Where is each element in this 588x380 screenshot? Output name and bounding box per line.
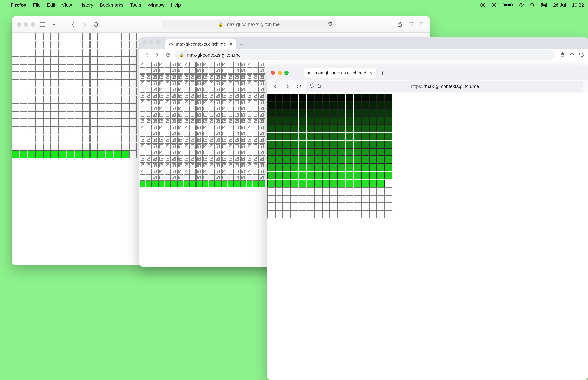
control-center-icon[interactable] <box>541 3 547 7</box>
chrome-zoom-button[interactable] <box>156 40 160 44</box>
grid-cell <box>98 88 106 95</box>
grid-cell <box>158 162 164 168</box>
menubar-time[interactable]: 10:32 <box>572 2 584 8</box>
grid-cell <box>283 195 291 203</box>
menu-history[interactable]: History <box>78 2 93 8</box>
spotlight-search-icon[interactable] <box>530 2 535 8</box>
grid-cell <box>82 150 90 158</box>
grid-cell <box>20 88 27 95</box>
chrome-tab[interactable]: ∞ max-gl-contexts.glitch.me ✕ <box>165 39 236 49</box>
chrome-back-button[interactable] <box>143 52 150 58</box>
menu-tools[interactable]: Tools <box>130 2 141 8</box>
menubar-date[interactable]: 26 Jul <box>553 2 566 8</box>
grid-cell <box>158 68 164 74</box>
grid-cell <box>385 156 392 164</box>
firefox-new-tab-button[interactable]: ＋ <box>379 69 386 76</box>
menubar-app-name[interactable]: Firefox <box>11 2 26 8</box>
safari-privacy-shield-icon[interactable] <box>93 22 99 27</box>
grid-cell <box>275 125 283 132</box>
grid-cell <box>354 125 361 132</box>
menu-bookmarks[interactable]: Bookmarks <box>100 2 124 8</box>
grid-cell <box>338 125 345 132</box>
lock-icon: 🔒 <box>179 53 184 57</box>
chrome-minimize-button[interactable] <box>149 40 153 44</box>
grid-cell <box>129 127 137 134</box>
grid-cell <box>259 93 265 99</box>
grid-cell <box>338 203 345 210</box>
grid-cell <box>377 140 384 148</box>
chrome-bookmark-star-icon[interactable] <box>570 52 574 58</box>
grid-cell <box>240 87 246 93</box>
safari-back-button[interactable] <box>69 21 77 28</box>
chrome-reload-button[interactable] <box>164 52 171 58</box>
grid-cell <box>98 135 106 142</box>
grid-cell <box>283 125 291 132</box>
grid-cell <box>221 68 227 74</box>
grid-cell <box>106 57 113 64</box>
grid-cell <box>247 112 252 118</box>
firefox-forward-button[interactable] <box>284 83 291 90</box>
safari-minimize-button[interactable] <box>24 22 28 27</box>
grid-cell <box>90 119 98 127</box>
safari-zoom-button[interactable] <box>31 22 35 27</box>
safari-close-button[interactable] <box>17 22 21 27</box>
safari-share-icon[interactable] <box>398 21 402 28</box>
grid-cell <box>28 57 35 64</box>
firefox-address-bar[interactable]: https://max-gl-contexts.glitch.me <box>307 81 583 92</box>
grid-cell <box>377 148 384 156</box>
grid-cell <box>377 203 384 210</box>
menu-edit[interactable]: Edit <box>47 2 55 8</box>
grid-cell <box>299 125 306 132</box>
chrome-extensions-icon[interactable] <box>579 52 584 58</box>
chrome-share-icon[interactable] <box>560 52 565 58</box>
now-playing-icon[interactable] <box>492 2 497 8</box>
battery-status-icon[interactable]: ⚡︎ <box>503 3 512 7</box>
grammarly-menubar-icon[interactable] <box>480 2 485 8</box>
grid-cell <box>215 93 221 99</box>
firefox-back-button[interactable] <box>272 83 279 90</box>
safari-sidebar-toggle-icon[interactable] <box>39 21 46 28</box>
safari-forward-button[interactable] <box>81 21 89 28</box>
chrome-address-bar[interactable]: 🔒 max-gl-contexts.glitch.me <box>175 50 555 60</box>
chrome-close-button[interactable] <box>143 40 147 44</box>
grid-cell <box>215 80 221 86</box>
safari-new-tab-icon[interactable] <box>408 22 414 27</box>
firefox-minimize-button[interactable] <box>278 71 282 75</box>
grid-cell <box>139 175 146 181</box>
menu-window[interactable]: Window <box>148 2 165 8</box>
chrome-forward-button[interactable] <box>154 52 161 58</box>
firefox-close-button[interactable] <box>271 71 275 75</box>
safari-address-bar[interactable]: 🔒 max-gl-contexts.glitch.me <box>162 19 336 29</box>
grid-cell <box>196 118 202 124</box>
menu-file[interactable]: File <box>33 2 40 8</box>
firefox-reload-button[interactable] <box>295 83 303 90</box>
safari-reload-icon[interactable] <box>328 22 332 27</box>
grid-cell <box>314 109 322 117</box>
safari-tabgroup-chevron-icon[interactable] <box>50 21 58 28</box>
grid-cell <box>177 150 183 156</box>
wifi-icon[interactable] <box>518 3 524 7</box>
grid-cell <box>82 119 90 127</box>
grid-cell <box>267 133 275 140</box>
grid-cell <box>209 106 215 112</box>
firefox-tab[interactable]: ∞ max-gl-contexts.glitch.me/ ✕ <box>304 68 376 77</box>
grid-cell <box>129 64 137 72</box>
svg-point-7 <box>545 6 547 7</box>
grid-cell <box>259 169 265 174</box>
grid-cell <box>228 125 234 131</box>
chrome-new-tab-button[interactable]: ＋ <box>238 40 246 48</box>
grid-cell <box>20 111 27 119</box>
firefox-shield-icon[interactable] <box>310 83 314 90</box>
grid-cell <box>240 112 246 118</box>
grid-cell <box>152 74 158 80</box>
menu-help[interactable]: Help <box>171 2 181 8</box>
safari-tab-overview-icon[interactable] <box>419 22 425 27</box>
grid-cell <box>221 156 227 162</box>
chrome-tab-close-icon[interactable]: ✕ <box>229 41 233 47</box>
firefox-zoom-button[interactable] <box>285 71 288 75</box>
firefox-tab-close-icon[interactable]: ✕ <box>369 70 373 76</box>
grid-cell <box>158 106 164 112</box>
grid-cell <box>203 156 209 162</box>
grid-cell <box>28 33 35 40</box>
menu-view[interactable]: View <box>62 2 72 8</box>
